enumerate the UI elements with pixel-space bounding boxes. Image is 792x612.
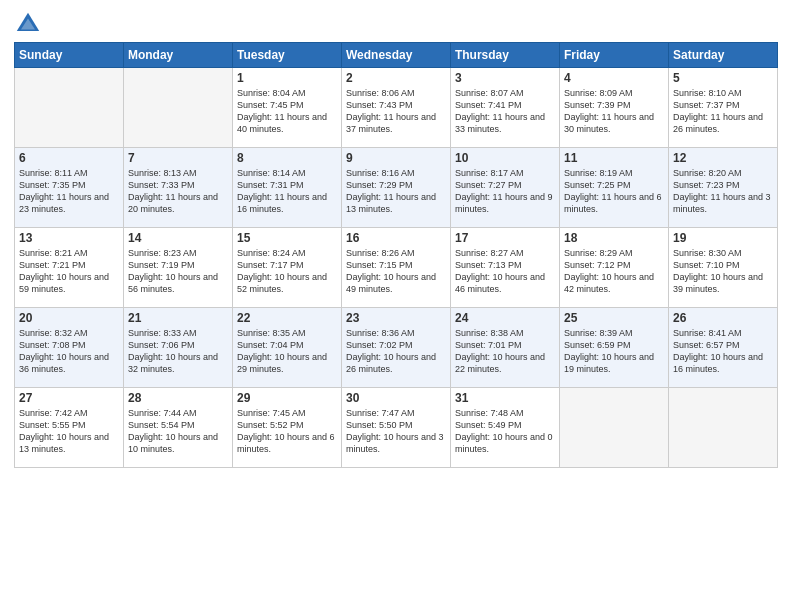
day-number: 12: [673, 151, 773, 165]
day-info: Sunrise: 8:13 AM Sunset: 7:33 PM Dayligh…: [128, 167, 228, 216]
calendar-week-row: 1Sunrise: 8:04 AM Sunset: 7:45 PM Daylig…: [15, 68, 778, 148]
day-info: Sunrise: 7:45 AM Sunset: 5:52 PM Dayligh…: [237, 407, 337, 456]
weekday-header-friday: Friday: [559, 43, 668, 68]
calendar-cell: 3Sunrise: 8:07 AM Sunset: 7:41 PM Daylig…: [450, 68, 559, 148]
day-number: 30: [346, 391, 446, 405]
weekday-header-wednesday: Wednesday: [341, 43, 450, 68]
calendar-cell: 16Sunrise: 8:26 AM Sunset: 7:15 PM Dayli…: [341, 228, 450, 308]
weekday-header-thursday: Thursday: [450, 43, 559, 68]
day-number: 7: [128, 151, 228, 165]
calendar-cell: 28Sunrise: 7:44 AM Sunset: 5:54 PM Dayli…: [123, 388, 232, 468]
calendar-cell: [559, 388, 668, 468]
page-container: SundayMondayTuesdayWednesdayThursdayFrid…: [0, 0, 792, 474]
day-info: Sunrise: 8:23 AM Sunset: 7:19 PM Dayligh…: [128, 247, 228, 296]
day-info: Sunrise: 7:48 AM Sunset: 5:49 PM Dayligh…: [455, 407, 555, 456]
calendar-cell: 13Sunrise: 8:21 AM Sunset: 7:21 PM Dayli…: [15, 228, 124, 308]
day-info: Sunrise: 8:20 AM Sunset: 7:23 PM Dayligh…: [673, 167, 773, 216]
calendar-cell: 19Sunrise: 8:30 AM Sunset: 7:10 PM Dayli…: [668, 228, 777, 308]
day-number: 18: [564, 231, 664, 245]
day-number: 26: [673, 311, 773, 325]
calendar-cell: 12Sunrise: 8:20 AM Sunset: 7:23 PM Dayli…: [668, 148, 777, 228]
day-number: 4: [564, 71, 664, 85]
calendar-cell: 31Sunrise: 7:48 AM Sunset: 5:49 PM Dayli…: [450, 388, 559, 468]
day-number: 20: [19, 311, 119, 325]
logo-icon: [14, 10, 42, 38]
weekday-header-saturday: Saturday: [668, 43, 777, 68]
calendar-table: SundayMondayTuesdayWednesdayThursdayFrid…: [14, 42, 778, 468]
calendar-cell: 22Sunrise: 8:35 AM Sunset: 7:04 PM Dayli…: [232, 308, 341, 388]
calendar-cell: 11Sunrise: 8:19 AM Sunset: 7:25 PM Dayli…: [559, 148, 668, 228]
day-number: 27: [19, 391, 119, 405]
day-number: 21: [128, 311, 228, 325]
calendar-cell: 24Sunrise: 8:38 AM Sunset: 7:01 PM Dayli…: [450, 308, 559, 388]
day-number: 11: [564, 151, 664, 165]
day-number: 25: [564, 311, 664, 325]
day-info: Sunrise: 8:17 AM Sunset: 7:27 PM Dayligh…: [455, 167, 555, 216]
day-number: 31: [455, 391, 555, 405]
calendar-cell: 17Sunrise: 8:27 AM Sunset: 7:13 PM Dayli…: [450, 228, 559, 308]
day-info: Sunrise: 8:04 AM Sunset: 7:45 PM Dayligh…: [237, 87, 337, 136]
calendar-cell: 5Sunrise: 8:10 AM Sunset: 7:37 PM Daylig…: [668, 68, 777, 148]
day-info: Sunrise: 8:33 AM Sunset: 7:06 PM Dayligh…: [128, 327, 228, 376]
calendar-cell: 15Sunrise: 8:24 AM Sunset: 7:17 PM Dayli…: [232, 228, 341, 308]
day-number: 3: [455, 71, 555, 85]
day-number: 6: [19, 151, 119, 165]
day-info: Sunrise: 8:11 AM Sunset: 7:35 PM Dayligh…: [19, 167, 119, 216]
day-info: Sunrise: 8:09 AM Sunset: 7:39 PM Dayligh…: [564, 87, 664, 136]
day-info: Sunrise: 8:06 AM Sunset: 7:43 PM Dayligh…: [346, 87, 446, 136]
calendar-cell: 9Sunrise: 8:16 AM Sunset: 7:29 PM Daylig…: [341, 148, 450, 228]
weekday-header-row: SundayMondayTuesdayWednesdayThursdayFrid…: [15, 43, 778, 68]
day-info: Sunrise: 8:21 AM Sunset: 7:21 PM Dayligh…: [19, 247, 119, 296]
day-info: Sunrise: 8:32 AM Sunset: 7:08 PM Dayligh…: [19, 327, 119, 376]
day-number: 19: [673, 231, 773, 245]
day-info: Sunrise: 8:19 AM Sunset: 7:25 PM Dayligh…: [564, 167, 664, 216]
day-number: 8: [237, 151, 337, 165]
calendar-cell: 6Sunrise: 8:11 AM Sunset: 7:35 PM Daylig…: [15, 148, 124, 228]
day-info: Sunrise: 8:38 AM Sunset: 7:01 PM Dayligh…: [455, 327, 555, 376]
day-number: 29: [237, 391, 337, 405]
day-info: Sunrise: 8:14 AM Sunset: 7:31 PM Dayligh…: [237, 167, 337, 216]
day-info: Sunrise: 8:39 AM Sunset: 6:59 PM Dayligh…: [564, 327, 664, 376]
day-info: Sunrise: 8:35 AM Sunset: 7:04 PM Dayligh…: [237, 327, 337, 376]
calendar-week-row: 6Sunrise: 8:11 AM Sunset: 7:35 PM Daylig…: [15, 148, 778, 228]
day-info: Sunrise: 8:36 AM Sunset: 7:02 PM Dayligh…: [346, 327, 446, 376]
calendar-cell: 1Sunrise: 8:04 AM Sunset: 7:45 PM Daylig…: [232, 68, 341, 148]
day-info: Sunrise: 8:10 AM Sunset: 7:37 PM Dayligh…: [673, 87, 773, 136]
day-info: Sunrise: 8:07 AM Sunset: 7:41 PM Dayligh…: [455, 87, 555, 136]
day-info: Sunrise: 8:16 AM Sunset: 7:29 PM Dayligh…: [346, 167, 446, 216]
calendar-cell: 8Sunrise: 8:14 AM Sunset: 7:31 PM Daylig…: [232, 148, 341, 228]
day-number: 28: [128, 391, 228, 405]
calendar-cell: 25Sunrise: 8:39 AM Sunset: 6:59 PM Dayli…: [559, 308, 668, 388]
day-info: Sunrise: 8:27 AM Sunset: 7:13 PM Dayligh…: [455, 247, 555, 296]
calendar-cell: 27Sunrise: 7:42 AM Sunset: 5:55 PM Dayli…: [15, 388, 124, 468]
day-number: 16: [346, 231, 446, 245]
calendar-cell: [668, 388, 777, 468]
calendar-cell: 26Sunrise: 8:41 AM Sunset: 6:57 PM Dayli…: [668, 308, 777, 388]
calendar-cell: 29Sunrise: 7:45 AM Sunset: 5:52 PM Dayli…: [232, 388, 341, 468]
day-info: Sunrise: 8:29 AM Sunset: 7:12 PM Dayligh…: [564, 247, 664, 296]
weekday-header-tuesday: Tuesday: [232, 43, 341, 68]
calendar-cell: 23Sunrise: 8:36 AM Sunset: 7:02 PM Dayli…: [341, 308, 450, 388]
day-number: 23: [346, 311, 446, 325]
calendar-cell: [15, 68, 124, 148]
calendar-week-row: 20Sunrise: 8:32 AM Sunset: 7:08 PM Dayli…: [15, 308, 778, 388]
day-number: 2: [346, 71, 446, 85]
day-number: 9: [346, 151, 446, 165]
day-number: 22: [237, 311, 337, 325]
calendar-cell: 10Sunrise: 8:17 AM Sunset: 7:27 PM Dayli…: [450, 148, 559, 228]
weekday-header-monday: Monday: [123, 43, 232, 68]
day-number: 24: [455, 311, 555, 325]
day-number: 1: [237, 71, 337, 85]
calendar-cell: 4Sunrise: 8:09 AM Sunset: 7:39 PM Daylig…: [559, 68, 668, 148]
calendar-cell: 14Sunrise: 8:23 AM Sunset: 7:19 PM Dayli…: [123, 228, 232, 308]
calendar-week-row: 27Sunrise: 7:42 AM Sunset: 5:55 PM Dayli…: [15, 388, 778, 468]
weekday-header-sunday: Sunday: [15, 43, 124, 68]
day-info: Sunrise: 7:44 AM Sunset: 5:54 PM Dayligh…: [128, 407, 228, 456]
calendar-week-row: 13Sunrise: 8:21 AM Sunset: 7:21 PM Dayli…: [15, 228, 778, 308]
calendar-cell: 30Sunrise: 7:47 AM Sunset: 5:50 PM Dayli…: [341, 388, 450, 468]
calendar-cell: 20Sunrise: 8:32 AM Sunset: 7:08 PM Dayli…: [15, 308, 124, 388]
header: [14, 10, 778, 38]
day-info: Sunrise: 7:42 AM Sunset: 5:55 PM Dayligh…: [19, 407, 119, 456]
calendar-cell: 7Sunrise: 8:13 AM Sunset: 7:33 PM Daylig…: [123, 148, 232, 228]
day-number: 15: [237, 231, 337, 245]
